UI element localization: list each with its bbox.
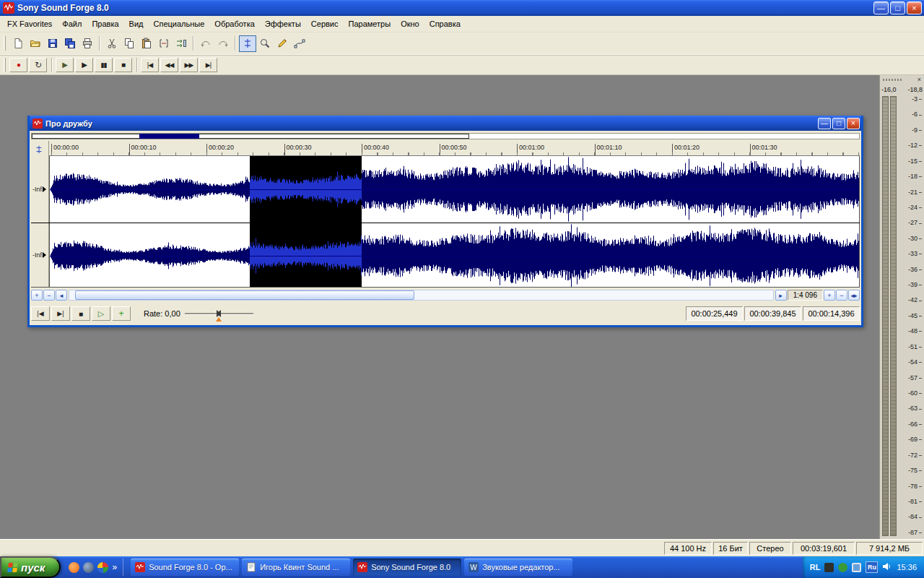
- task-button-3[interactable]: Sony Sound Forge 8.0: [353, 558, 461, 576]
- task-button-label: Игорь Квинт Sound ...: [260, 563, 339, 571]
- paste-button[interactable]: [138, 35, 155, 52]
- stop-button[interactable]: ■: [114, 58, 132, 72]
- close-button[interactable]: ×: [907, 1, 922, 14]
- mix-button[interactable]: [173, 35, 190, 52]
- loop-playback-button[interactable]: ↻: [29, 58, 47, 72]
- quick-launch-icon-3[interactable]: [97, 562, 108, 573]
- waveform-channel-left[interactable]: [50, 156, 860, 223]
- status-bit-depth[interactable]: 16 Бит: [713, 542, 748, 555]
- cut-button[interactable]: [103, 35, 121, 52]
- waveform-channel-right[interactable]: [50, 223, 860, 287]
- status-sample-rate[interactable]: 44 100 Hz: [664, 542, 712, 555]
- selection-start-field[interactable]: 00:00:25,449: [686, 306, 743, 321]
- print-button[interactable]: [79, 35, 96, 52]
- doc-close-button[interactable]: ×: [847, 118, 860, 129]
- scroll-left-button[interactable]: ◂: [56, 290, 67, 301]
- magnify-tool-button[interactable]: [256, 35, 274, 52]
- task-button-4[interactable]: WЗвуковые редактор...: [464, 558, 572, 576]
- stop-button[interactable]: ■: [71, 306, 90, 321]
- horizontal-scrollbar[interactable]: [69, 290, 774, 301]
- menu-tools[interactable]: Сервис: [306, 17, 344, 31]
- go-to-start-button[interactable]: |◀: [31, 306, 50, 321]
- time-ruler[interactable]: 00:00:0000:00:1000:00:2000:00:3000:00:40…: [49, 141, 860, 156]
- go-to-start-button[interactable]: |◀: [141, 58, 159, 72]
- pencil-tool-button[interactable]: [274, 35, 291, 52]
- go-to-end-button[interactable]: ▶|: [199, 58, 217, 72]
- task-button-1[interactable]: Sound Forge 8.0 - Op...: [131, 558, 239, 576]
- meter-close-icon[interactable]: ×: [918, 77, 921, 83]
- forward-button[interactable]: ▶▶: [180, 58, 198, 72]
- quick-launch-icon-2[interactable]: [83, 562, 94, 573]
- tray-icon-3[interactable]: [852, 563, 861, 572]
- new-button[interactable]: [9, 35, 27, 52]
- doc-minimize-button[interactable]: —: [818, 118, 831, 129]
- quick-launch-overflow-chevron[interactable]: »: [112, 563, 117, 571]
- task-button-2[interactable]: Игорь Квинт Sound ...: [242, 558, 350, 576]
- toolbar-grip[interactable]: [4, 36, 6, 51]
- quick-launch-icon-1[interactable]: [69, 562, 79, 573]
- envelope-tool-button[interactable]: [291, 35, 308, 52]
- menu-help[interactable]: Справка: [424, 17, 466, 31]
- copy-button[interactable]: [121, 35, 138, 52]
- zoom-out-button[interactable]: −: [836, 290, 847, 301]
- menu-file[interactable]: Файл: [57, 17, 87, 31]
- minimize-button[interactable]: —: [873, 1, 889, 14]
- play-button[interactable]: ▶: [75, 58, 93, 72]
- zoom-in-time-button[interactable]: +: [31, 290, 43, 301]
- overview-visible-region[interactable]: [32, 134, 469, 139]
- menu-effects[interactable]: Эффекты: [260, 17, 306, 31]
- tray-icon-1[interactable]: [824, 563, 834, 572]
- menu-edit[interactable]: Правка: [87, 17, 123, 31]
- redo-button[interactable]: [214, 35, 232, 52]
- play-normal-button[interactable]: ▷: [92, 306, 110, 321]
- save-all-button[interactable]: [61, 35, 79, 52]
- play-meter-panel: × -16,0 -18,8 -3-6-9-12-15-18-21-24-27-3…: [879, 75, 924, 539]
- maximize-button[interactable]: □: [890, 1, 905, 14]
- volume-icon[interactable]: [882, 562, 892, 572]
- menu-view[interactable]: Вид: [124, 17, 149, 31]
- trim-button[interactable]: [155, 35, 173, 52]
- menu-special[interactable]: Специальные: [148, 17, 209, 31]
- scroll-right-button[interactable]: ▸: [775, 290, 787, 301]
- scrollbar-thumb[interactable]: [75, 290, 414, 300]
- tray-clock[interactable]: 15:36: [897, 563, 917, 571]
- overview-bar[interactable]: [31, 133, 860, 139]
- rate-label: Rate: 0,00: [144, 309, 180, 318]
- edit-tool-icon[interactable]: [34, 144, 44, 155]
- play-all-button[interactable]: ▶: [56, 58, 74, 72]
- rewind-button[interactable]: ◀◀: [160, 58, 178, 72]
- edit-tool-button[interactable]: [239, 35, 256, 52]
- channel-level-label-left-wrap: -Inf.: [31, 156, 49, 223]
- status-channels[interactable]: Стерео: [749, 542, 791, 555]
- selection-length-field[interactable]: 00:00:14,396: [803, 306, 860, 321]
- rate-slider[interactable]: [185, 308, 253, 319]
- pause-button[interactable]: ▮▮: [95, 58, 113, 72]
- tray-language-indicator[interactable]: RL: [810, 563, 821, 571]
- menu-fx-favorites[interactable]: FX Favorites: [2, 17, 57, 31]
- toolbar-grip[interactable]: [4, 58, 6, 72]
- document-titlebar[interactable]: Про дружбу — □ ×: [30, 116, 861, 131]
- menu-options[interactable]: Параметры: [344, 17, 396, 31]
- record-icon: ●: [17, 61, 20, 69]
- zoom-out-time-button[interactable]: −: [43, 290, 55, 301]
- app-titlebar[interactable]: Sony Sound Forge 8.0 — □ ×: [0, 0, 924, 16]
- tray-icon-2[interactable]: [838, 563, 847, 572]
- doc-restore-button[interactable]: □: [832, 118, 845, 129]
- play-plugin-button[interactable]: +: [112, 306, 131, 321]
- selection-end-field[interactable]: 00:00:39,845: [744, 306, 801, 321]
- menu-process[interactable]: Обработка: [209, 17, 259, 31]
- menu-window[interactable]: Окно: [396, 17, 424, 31]
- record-button[interactable]: ●: [9, 58, 27, 72]
- save-button[interactable]: [44, 35, 61, 52]
- overview-selection[interactable]: [139, 134, 199, 139]
- tray-language-bar[interactable]: Ru: [866, 561, 878, 573]
- undo-button[interactable]: [197, 35, 214, 52]
- play-all-icon: ▶: [62, 61, 67, 69]
- zoom-in-button[interactable]: +: [824, 290, 835, 301]
- go-to-end-button[interactable]: ▶|: [51, 306, 70, 321]
- open-button[interactable]: [27, 35, 44, 52]
- start-button[interactable]: пуск: [0, 556, 61, 578]
- window-split-button[interactable]: ◂▸: [848, 290, 860, 301]
- zoom-ratio[interactable]: 1:4 096: [788, 290, 823, 301]
- meter-grip-icon[interactable]: [883, 79, 902, 81]
